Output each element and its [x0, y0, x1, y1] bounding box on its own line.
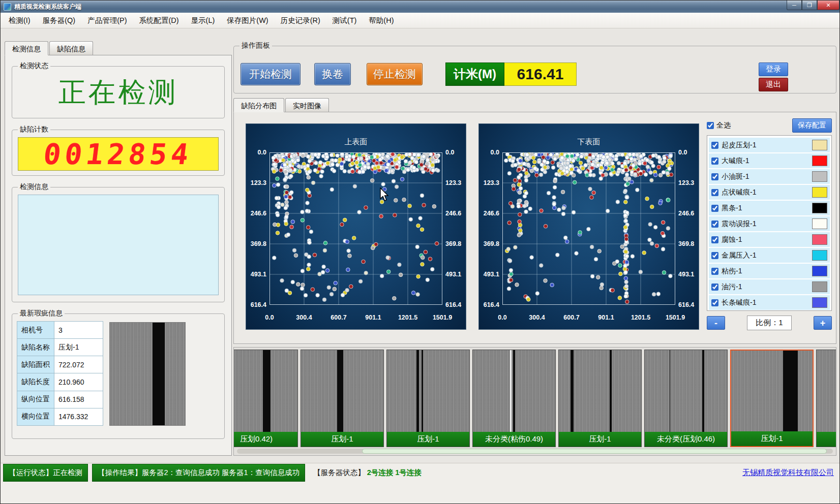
- select-all-checkbox[interactable]: [707, 122, 714, 129]
- tab-view-0[interactable]: 缺陷分布图: [233, 98, 284, 112]
- minimize-icon[interactable]: ─: [787, 1, 802, 10]
- axis-tick-label: 246.6: [484, 210, 499, 217]
- defect-field-value: 616.158: [54, 391, 103, 408]
- right-area: 操作面板 开始检测 换卷 停止检测 计米(M) 616.41 登录 退出 缺陷分…: [233, 41, 836, 456]
- defect-type-row: 长条碱痕-1: [709, 295, 830, 310]
- menu-item-4[interactable]: 显示(L): [185, 13, 221, 28]
- meter-counter: 计米(M) 616.41: [445, 62, 577, 86]
- defect-type-checkbox[interactable]: [711, 220, 718, 228]
- axis-tick-label: 246.6: [445, 210, 461, 217]
- server-status: 【服务器状态】 2号连接 1号连接: [309, 468, 426, 478]
- app-icon: [4, 3, 11, 11]
- axis-tick-label: 246.6: [678, 210, 694, 217]
- menu-item-5[interactable]: 保存图片(W): [221, 13, 274, 28]
- thumbnail-label: 未分类(压划0.46): [645, 432, 727, 447]
- detection-status-group: 检测状态 正在检测: [12, 61, 225, 118]
- scrollbar-thumb[interactable]: [362, 449, 827, 454]
- thumbnail-label: 压划-1: [559, 432, 641, 447]
- defect-type-checkbox[interactable]: [711, 236, 718, 243]
- defect-color-swatch: [812, 187, 827, 198]
- latest-defect-table: 相机号3缺陷名称压划-1缺陷面积722.072缺陷长度210.960纵向位置61…: [17, 321, 103, 426]
- window-footer: [1, 482, 839, 503]
- menu-item-3[interactable]: 系统配置(D): [133, 13, 185, 28]
- select-all-text: 全选: [716, 121, 731, 130]
- menu-item-0[interactable]: 检测(I): [3, 13, 37, 28]
- close-icon[interactable]: ✕: [817, 1, 839, 10]
- defect-thumbnail[interactable]: 未分类(压划0.46): [644, 350, 728, 447]
- defect-type-label: 黑条-1: [722, 204, 742, 213]
- thumbnail-label: 未分类(粘伤0.49): [473, 432, 555, 447]
- thumbnail-image: [473, 350, 555, 432]
- defect-type-checkbox[interactable]: [711, 268, 718, 275]
- axis-tick-label: 369.8: [484, 240, 499, 247]
- left-panel-tabs: 检测信息缺陷信息: [5, 41, 232, 55]
- defect-type-row: 小油斑-1: [709, 169, 830, 184]
- axis-tick-label: 0.0: [498, 314, 506, 321]
- status-bar: 【运行状态】正在检测 【操作结果】服务器2：查询信息成功 服务器1：查询信息成功…: [1, 463, 839, 482]
- defect-type-checkbox[interactable]: [711, 299, 718, 306]
- defect-thumbnail[interactable]: 未分类(粘伤0.49): [472, 350, 556, 447]
- defect-type-checkbox[interactable]: [711, 158, 718, 165]
- maximize-icon[interactable]: ❐: [802, 1, 817, 10]
- company-link[interactable]: 无锡精质视觉科技有限公司: [742, 468, 837, 478]
- axis-tick-label: 493.1: [484, 271, 499, 278]
- tab-view-1[interactable]: 实时图像: [285, 98, 329, 112]
- zoom-in-button[interactable]: +: [814, 316, 832, 330]
- defect-count-title: 缺陷计数: [18, 125, 50, 134]
- menu-item-6[interactable]: 历史记录(R): [275, 13, 326, 28]
- defect-type-checkbox[interactable]: [711, 142, 718, 149]
- defect-thumbnail[interactable]: 压划0.42): [233, 350, 298, 447]
- table-row: 横向位置1476.332: [17, 408, 103, 425]
- defect-field-value: 压划-1: [54, 339, 103, 356]
- defect-field-value: 210.960: [54, 373, 103, 391]
- change-roll-button[interactable]: 换卷: [314, 63, 351, 85]
- tab-left-1[interactable]: 缺陷信息: [49, 41, 93, 55]
- defect-type-row: 油污-1: [709, 279, 830, 294]
- defect-type-checkbox[interactable]: [711, 284, 718, 291]
- defect-thumbnail[interactable]: [816, 350, 836, 447]
- defect-type-label: 起皮压划-1: [722, 141, 756, 150]
- upper-surface-chart: 上表面 0.0123.3246.6369.8493.1616.4 0.0123.…: [246, 124, 466, 329]
- table-row: 缺陷面积722.072: [17, 356, 103, 373]
- axis-tick-label: 493.1: [251, 271, 266, 278]
- defect-color-swatch: [812, 281, 827, 292]
- defect-thumbnail[interactable]: 压划-1: [386, 350, 470, 447]
- tab-left-0[interactable]: 检测信息: [5, 41, 48, 55]
- axis-tick-label: 1501.9: [666, 314, 685, 321]
- defect-color-swatch: [812, 250, 827, 261]
- menu-item-1[interactable]: 服务器(Q): [37, 13, 81, 28]
- start-detection-button[interactable]: 开始检测: [241, 63, 301, 85]
- defect-thumbnail[interactable]: 压划-1: [730, 350, 814, 447]
- scatter-canvas: [502, 152, 675, 305]
- defect-thumbnail[interactable]: 压划-1: [558, 350, 642, 447]
- defect-color-swatch: [812, 234, 827, 245]
- menu-item-8[interactable]: 帮助(H): [363, 13, 400, 28]
- detection-status-value: 正在检测: [17, 73, 220, 112]
- login-button[interactable]: 登录: [759, 62, 788, 76]
- menu-item-2[interactable]: 产品管理(P): [81, 13, 133, 28]
- defect-field-label: 缺陷名称: [17, 339, 54, 356]
- defect-field-label: 横向位置: [17, 408, 54, 425]
- menu-item-7[interactable]: 测试(T): [326, 13, 363, 28]
- save-config-button[interactable]: 保存配置: [792, 118, 832, 133]
- zoom-out-button[interactable]: -: [707, 316, 725, 330]
- axis-tick-label: 0.0: [265, 314, 274, 321]
- defect-color-swatch: [812, 297, 827, 308]
- defect-type-row: 金属压入-1: [709, 248, 830, 263]
- defect-type-checkbox[interactable]: [711, 252, 718, 259]
- axis-tick-label: 369.8: [678, 240, 694, 247]
- defect-field-value: 722.072: [54, 356, 103, 373]
- stop-detection-button[interactable]: 停止检测: [367, 63, 423, 85]
- axis-tick-label: 246.6: [251, 210, 266, 217]
- menu-bar: 检测(I)服务器(Q)产品管理(P)系统配置(D)显示(L)保存图片(W)历史记…: [1, 13, 839, 28]
- thumbnail-scrollbar: [237, 449, 833, 454]
- defect-type-checkbox[interactable]: [711, 189, 718, 196]
- thumbnail-label: [817, 432, 836, 447]
- defect-type-checkbox[interactable]: [711, 173, 718, 180]
- axis-tick-label: 493.1: [445, 271, 461, 278]
- defect-type-checkbox[interactable]: [711, 205, 718, 212]
- thumbnail-image: [387, 350, 469, 432]
- defect-thumbnail[interactable]: 压划-1: [301, 350, 384, 447]
- detection-info-box: [18, 195, 219, 295]
- exit-button[interactable]: 退出: [759, 78, 788, 91]
